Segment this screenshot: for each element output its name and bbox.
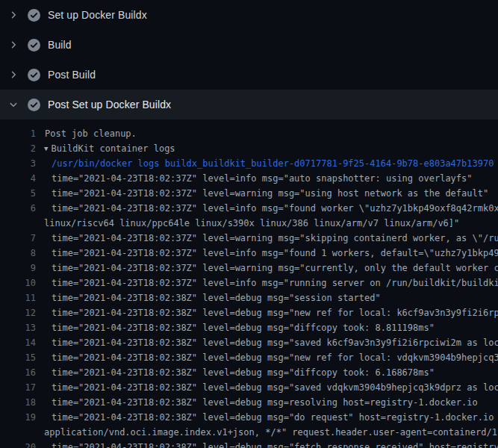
log-line-number[interactable]: 2 — [0, 141, 36, 156]
log-line-text: time="2021-04-23T18:02:37Z" level=info m… — [52, 246, 498, 261]
log-line-number[interactable]: 8 — [0, 246, 36, 261]
log-line: 15 time="2021-04-23T18:02:38Z" level=deb… — [0, 350, 498, 365]
workflow-log-viewer: { "theme": { "background": "#0a0d13", "e… — [0, 0, 498, 448]
group-toggle-icon[interactable]: ▼ — [44, 141, 48, 156]
log-line-number[interactable]: 7 — [0, 231, 36, 246]
step-row-build[interactable]: Build — [0, 30, 498, 60]
log-line-number[interactable]: 11 — [0, 290, 36, 305]
log-line-number[interactable]: 19 — [0, 410, 36, 425]
step-label: Post Set up Docker Buildx — [48, 99, 171, 111]
log-line-number[interactable]: 4 — [0, 171, 36, 186]
log-line-number[interactable]: 16 — [0, 365, 36, 380]
log-line-text: time="2021-04-23T18:02:37Z" level=info m… — [52, 171, 473, 186]
log-line: 7 time="2021-04-23T18:02:37Z" level=warn… — [0, 231, 498, 246]
log-line: 17 time="2021-04-23T18:02:38Z" level=deb… — [0, 380, 498, 395]
log-line-text: time="2021-04-23T18:02:38Z" level=debug … — [52, 410, 498, 425]
log-line-text: time="2021-04-23T18:02:38Z" level=debug … — [52, 320, 435, 335]
log-line-number[interactable]: 18 — [0, 395, 36, 410]
log-line-text: time="2021-04-23T18:02:38Z" level=debug … — [52, 305, 498, 320]
log-line-text: time="2021-04-23T18:02:38Z" level=debug … — [52, 365, 435, 380]
step-label: Build — [48, 39, 72, 51]
log-line-number[interactable]: 6 — [0, 201, 36, 216]
log-line-number[interactable]: 3 — [0, 156, 36, 171]
log-line-text: linux/riscv64 linux/ppc64le linux/s390x … — [44, 216, 459, 231]
log-line-text: time="2021-04-23T18:02:38Z" level=debug … — [52, 290, 381, 305]
log-line-number[interactable]: 9 — [0, 261, 36, 276]
steps-list: Set up Docker Buildx Build P — [0, 0, 498, 119]
log-line-number[interactable]: 1 — [0, 126, 36, 141]
step-row-post-build[interactable]: Post Build — [0, 60, 498, 90]
log-line: linux/riscv64 linux/ppc64le linux/s390x … — [0, 216, 498, 231]
log-line-text: Post job cleanup. — [45, 126, 137, 141]
check-circle-icon — [28, 99, 40, 111]
log-line: 16 time="2021-04-23T18:02:38Z" level=deb… — [0, 365, 498, 380]
log-line: 8 time="2021-04-23T18:02:37Z" level=info… — [0, 246, 498, 261]
log-line-text: time="2021-04-23T18:02:38Z" level=debug … — [52, 440, 498, 448]
log-line: 19 time="2021-04-23T18:02:38Z" level=deb… — [0, 410, 498, 425]
check-circle-icon — [28, 69, 40, 81]
log-line: 10 time="2021-04-23T18:02:37Z" level=inf… — [0, 276, 498, 290]
log-line-text: BuildKit container logs — [51, 141, 175, 156]
log-line: 12 time="2021-04-23T18:02:38Z" level=deb… — [0, 305, 498, 320]
log-line-number[interactable] — [0, 216, 36, 231]
log-line: 9 time="2021-04-23T18:02:37Z" level=warn… — [0, 261, 498, 276]
log-line-text: time="2021-04-23T18:02:37Z" level=warnin… — [52, 186, 488, 201]
log-line-text: time="2021-04-23T18:02:37Z" level=info m… — [52, 201, 498, 216]
log-line: 2 ▼ BuildKit container logs — [0, 141, 498, 156]
log-line: 5 time="2021-04-23T18:02:37Z" level=warn… — [0, 186, 498, 201]
log-line-text: time="2021-04-23T18:02:38Z" level=debug … — [52, 395, 478, 410]
chevron-icon[interactable] — [9, 10, 18, 19]
log-line: 6 time="2021-04-23T18:02:37Z" level=info… — [0, 201, 498, 216]
log-line-text: time="2021-04-23T18:02:38Z" level=debug … — [52, 350, 498, 365]
chevron-icon[interactable] — [9, 100, 18, 109]
log-line-text: time="2021-04-23T18:02:37Z" level=info m… — [52, 276, 498, 290]
log-line: 3 /usr/bin/docker logs buildx_buildkit_b… — [0, 156, 498, 171]
log-line: 11 time="2021-04-23T18:02:38Z" level=deb… — [0, 290, 498, 305]
chevron-icon[interactable] — [9, 40, 18, 49]
log-line: 20 time="2021-04-23T18:02:38Z" level=deb… — [0, 440, 498, 448]
log-line-number[interactable]: 14 — [0, 335, 36, 350]
log-line-number[interactable]: 15 — [0, 350, 36, 365]
log-line: application/vnd.oci.image.index.v1+json,… — [0, 425, 498, 440]
log-line-text: time="2021-04-23T18:02:37Z" level=warnin… — [52, 261, 498, 276]
log-line-number[interactable]: 13 — [0, 320, 36, 335]
log-line-number[interactable]: 5 — [0, 186, 36, 201]
check-circle-icon — [28, 39, 40, 52]
log-line-text: time="2021-04-23T18:02:38Z" level=debug … — [52, 380, 498, 395]
check-circle-icon — [28, 9, 40, 22]
log-line-text: application/vnd.oci.image.index.v1+json,… — [44, 425, 498, 440]
log-line-number[interactable]: 17 — [0, 380, 36, 395]
chevron-icon[interactable] — [9, 70, 18, 79]
log-line: 1 Post job cleanup. — [0, 126, 498, 141]
log-line: 14 time="2021-04-23T18:02:38Z" level=deb… — [0, 335, 498, 350]
log-line-number[interactable]: 20 — [0, 440, 36, 448]
log-line: 13 time="2021-04-23T18:02:38Z" level=deb… — [0, 320, 498, 335]
step-row-post-set-up-docker-buildx[interactable]: Post Set up Docker Buildx — [0, 90, 498, 119]
step-label: Set up Docker Buildx — [48, 9, 147, 21]
log-line-text: time="2021-04-23T18:02:37Z" level=warnin… — [52, 231, 498, 246]
step-label: Post Build — [48, 69, 96, 81]
step-row-set-up-docker-buildx[interactable]: Set up Docker Buildx — [0, 0, 498, 30]
log-line-text: /usr/bin/docker logs buildx_buildkit_bui… — [52, 156, 494, 171]
log-area: 1 Post job cleanup. 2 ▼ BuildKit contain… — [0, 119, 498, 448]
log-line: 4 time="2021-04-23T18:02:37Z" level=info… — [0, 171, 498, 186]
log-line-number[interactable]: 12 — [0, 305, 36, 320]
log-line-text: time="2021-04-23T18:02:38Z" level=debug … — [52, 335, 498, 350]
log-line-number[interactable] — [0, 425, 36, 440]
log-line-number[interactable]: 10 — [0, 276, 36, 290]
log-line: 18 time="2021-04-23T18:02:38Z" level=deb… — [0, 395, 498, 410]
